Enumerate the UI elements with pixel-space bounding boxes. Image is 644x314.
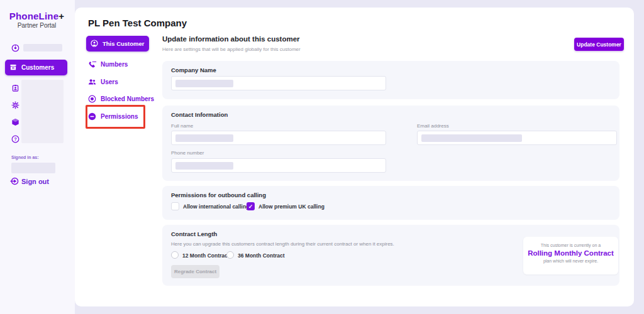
dashboard-icon [11,43,19,51]
redacted-value [175,134,233,142]
sidebar-item-customers[interactable]: Customers [5,60,67,75]
outbound-permissions-panel: Permissions for outbound calling Allow i… [162,186,619,220]
international-calling-label: Allow international calling [183,203,249,210]
blocked-circle-icon [88,95,96,103]
international-calling-checkbox[interactable] [171,202,179,210]
sidebar-item-label: Customers [21,64,54,71]
tab-users[interactable]: Users [88,78,118,86]
outbound-title: Permissions for outbound calling [171,192,266,198]
regrade-contract-button[interactable]: Regrade Contract [171,265,219,278]
minus-circle-icon [88,112,96,121]
phone-icon [88,60,96,68]
sign-out-button[interactable]: Sign out [10,177,49,185]
tab-blocked-numbers[interactable]: Blocked Numbers [88,95,154,103]
app-logo: PhoneLine+ Partner Portal [0,11,74,29]
svg-text:?: ? [14,136,17,142]
gear-icon[interactable] [11,100,19,109]
plan-prefix: This customer is currently on a [523,243,618,247]
users-icon [88,78,96,86]
contract-length-panel: Contract Length Here you can upgrade thi… [162,225,619,286]
tab-label: Permissions [101,113,138,120]
update-customer-button[interactable]: Update Customer [574,38,624,51]
radio-36-month[interactable] [226,251,234,259]
logo-brand: PhoneLine [9,11,58,21]
radio-12-month[interactable] [171,251,179,259]
redacted-label [23,44,62,51]
tab-numbers[interactable]: Numbers [88,60,128,68]
full-name-label: Full name [171,123,193,129]
company-name-panel: Company Name [162,61,619,99]
sign-out-icon [10,177,18,185]
section-heading: Update information about this customer [162,35,300,43]
section-subheading: Here are settings that will be applied g… [162,46,301,52]
phone-label: Phone number [171,150,204,156]
logo-subtitle: Partner Portal [0,22,74,29]
customers-icon [9,63,18,72]
sidebar: PhoneLine+ Partner Portal Customers ? Si… [0,0,75,314]
check-icon: ✓ [248,203,253,210]
contact-title: Contact Information [171,111,228,118]
tab-this-customer[interactable]: This Customer [86,36,149,51]
company-name-title: Company Name [171,67,216,73]
contract-description: Here you can upgrade this customers cont… [171,241,394,247]
sidebar-item-redacted-1[interactable] [11,43,62,51]
logo-plus: + [58,11,64,21]
tab-label: Numbers [101,61,128,68]
contact-information-panel: Contact Information Full name Email addr… [162,106,619,181]
phone-input[interactable] [171,158,386,173]
premium-uk-calling-checkbox[interactable]: ✓ [247,202,255,210]
email-label: Email address [417,123,449,129]
redacted-value [421,134,522,142]
help-icon[interactable]: ? [11,134,19,143]
tab-permissions[interactable]: Permissions [88,112,138,121]
email-input[interactable] [417,131,617,145]
contract-title: Contract Length [171,230,217,237]
tab-label: Blocked Numbers [101,95,154,102]
person-circle-icon [91,40,99,48]
current-plan-card: This customer is currently on a Rolling … [523,237,618,274]
redacted-value [175,162,233,170]
logo-title: PhoneLine+ [0,11,74,21]
redacted-value [175,80,233,87]
radio-12-month-label: 12 Month Contract [182,252,230,259]
tab-label: This Customer [103,40,145,47]
premium-uk-calling-label: Allow premium UK calling [258,203,325,210]
redacted-labels-block [21,80,64,143]
plan-suffix: plan which will never expire. [523,259,618,263]
page-title: PL Pen Test Company [88,18,187,28]
id-badge-icon[interactable] [11,84,19,92]
signed-in-user-redacted [11,163,55,173]
tab-label: Users [101,78,118,85]
company-name-input[interactable] [171,76,386,90]
plan-name: Rolling Monthly Contract [523,249,618,257]
radio-36-month-label: 36 Month Contract [238,252,285,259]
full-name-input[interactable] [171,131,386,145]
signed-in-label: Signed in as: [11,155,39,160]
sign-out-label: Sign out [21,178,49,185]
main-card: PL Pen Test Company This Customer Number… [75,8,634,306]
package-icon[interactable] [11,117,19,126]
